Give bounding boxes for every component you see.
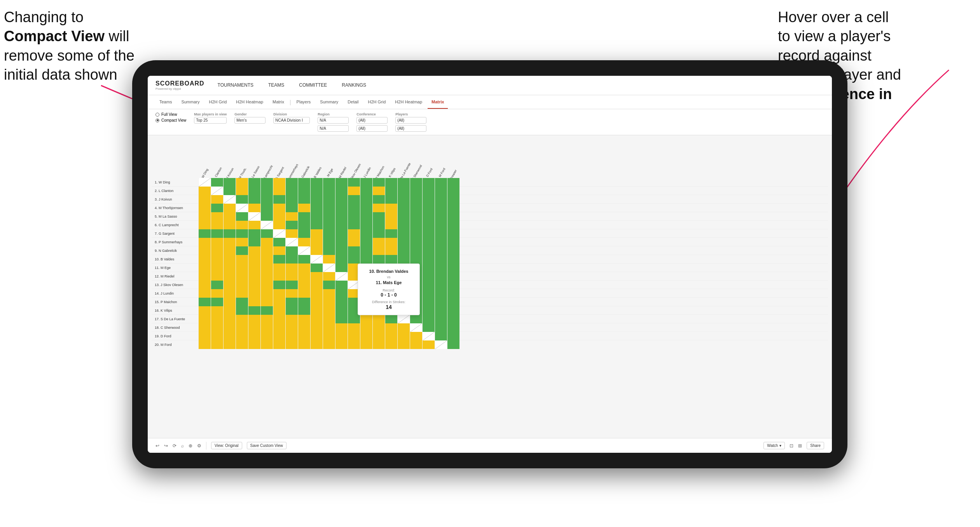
matrix-cell[interactable] bbox=[298, 306, 310, 315]
matrix-cell[interactable] bbox=[260, 264, 273, 272]
matrix-cell[interactable] bbox=[335, 204, 348, 212]
matrix-cell[interactable] bbox=[310, 340, 323, 349]
matrix-cell[interactable] bbox=[435, 246, 447, 255]
matrix-cell[interactable] bbox=[285, 306, 298, 315]
matrix-cell[interactable] bbox=[447, 323, 459, 332]
matrix-cell[interactable] bbox=[435, 332, 447, 340]
matrix-cell[interactable] bbox=[397, 255, 410, 264]
matrix-cell[interactable] bbox=[323, 281, 335, 289]
matrix-cell[interactable] bbox=[323, 315, 335, 323]
matrix-cell[interactable] bbox=[435, 229, 447, 238]
matrix-cell[interactable] bbox=[372, 332, 385, 340]
nav-committee[interactable]: COMMITTEE bbox=[297, 76, 328, 95]
matrix-cell[interactable] bbox=[348, 229, 360, 238]
matrix-cell[interactable] bbox=[422, 332, 435, 340]
matrix-cell[interactable] bbox=[335, 255, 348, 264]
matrix-cell[interactable] bbox=[410, 340, 422, 349]
matrix-cell[interactable] bbox=[385, 187, 397, 195]
matrix-cell[interactable] bbox=[211, 315, 223, 323]
matrix-cell[interactable] bbox=[310, 315, 323, 323]
matrix-cell[interactable] bbox=[410, 255, 422, 264]
matrix-cell[interactable] bbox=[273, 221, 285, 229]
matrix-cell[interactable] bbox=[447, 272, 459, 281]
matrix-cell[interactable] bbox=[285, 315, 298, 323]
matrix-cell[interactable] bbox=[211, 323, 223, 332]
matrix-cell[interactable] bbox=[410, 246, 422, 255]
matrix-cell[interactable] bbox=[236, 306, 248, 315]
matrix-cell[interactable] bbox=[447, 340, 459, 349]
matrix-cell[interactable] bbox=[435, 315, 447, 323]
matrix-cell[interactable] bbox=[285, 195, 298, 204]
matrix-cell[interactable] bbox=[410, 323, 422, 332]
matrix-cell[interactable] bbox=[310, 281, 323, 289]
matrix-cell[interactable] bbox=[397, 187, 410, 195]
matrix-cell[interactable] bbox=[198, 212, 211, 221]
matrix-cell[interactable] bbox=[385, 204, 397, 212]
matrix-cell[interactable] bbox=[310, 187, 323, 195]
matrix-cell[interactable] bbox=[260, 178, 273, 187]
watch-btn[interactable]: Watch ▾ bbox=[763, 442, 785, 449]
matrix-cell[interactable] bbox=[323, 340, 335, 349]
matrix-cell[interactable] bbox=[260, 306, 273, 315]
matrix-cell[interactable] bbox=[360, 315, 372, 323]
matrix-cell[interactable] bbox=[360, 323, 372, 332]
matrix-cell[interactable] bbox=[223, 298, 236, 306]
matrix-cell[interactable] bbox=[211, 187, 223, 195]
matrix-cell[interactable] bbox=[447, 229, 459, 238]
matrix-cell[interactable] bbox=[310, 298, 323, 306]
matrix-cell[interactable] bbox=[248, 264, 260, 272]
matrix-cell[interactable] bbox=[410, 238, 422, 246]
matrix-cell[interactable] bbox=[248, 229, 260, 238]
matrix-cell[interactable] bbox=[273, 204, 285, 212]
matrix-cell[interactable] bbox=[273, 289, 285, 298]
matrix-cell[interactable] bbox=[348, 246, 360, 255]
matrix-cell[interactable] bbox=[236, 187, 248, 195]
tab-summary-2[interactable]: Summary bbox=[316, 95, 342, 109]
matrix-cell[interactable] bbox=[310, 229, 323, 238]
matrix-cell[interactable] bbox=[348, 340, 360, 349]
matrix-cell[interactable] bbox=[236, 212, 248, 221]
conference-select-1[interactable]: (All) bbox=[356, 117, 388, 124]
matrix-cell[interactable] bbox=[385, 238, 397, 246]
matrix-cell[interactable] bbox=[435, 340, 447, 349]
matrix-cell[interactable] bbox=[335, 221, 348, 229]
matrix-cell[interactable] bbox=[273, 315, 285, 323]
matrix-cell[interactable] bbox=[422, 212, 435, 221]
matrix-cell[interactable] bbox=[422, 204, 435, 212]
matrix-cell[interactable] bbox=[348, 255, 360, 264]
matrix-cell[interactable] bbox=[335, 272, 348, 281]
matrix-cell[interactable] bbox=[223, 289, 236, 298]
matrix-cell[interactable] bbox=[211, 246, 223, 255]
matrix-cell[interactable] bbox=[223, 187, 236, 195]
matrix-cell[interactable] bbox=[335, 229, 348, 238]
matrix-cell[interactable] bbox=[360, 246, 372, 255]
matrix-cell[interactable] bbox=[198, 255, 211, 264]
matrix-cell[interactable] bbox=[248, 178, 260, 187]
matrix-cell[interactable] bbox=[298, 264, 310, 272]
matrix-cell[interactable] bbox=[372, 221, 385, 229]
matrix-cell[interactable] bbox=[323, 255, 335, 264]
matrix-cell[interactable] bbox=[422, 315, 435, 323]
matrix-cell[interactable] bbox=[335, 332, 348, 340]
matrix-cell[interactable] bbox=[410, 332, 422, 340]
matrix-cell[interactable] bbox=[285, 340, 298, 349]
matrix-cell[interactable] bbox=[422, 289, 435, 298]
matrix-cell[interactable] bbox=[447, 289, 459, 298]
matrix-cell[interactable] bbox=[397, 340, 410, 349]
matrix-cell[interactable] bbox=[273, 246, 285, 255]
matrix-cell[interactable] bbox=[223, 238, 236, 246]
matrix-cell[interactable] bbox=[385, 323, 397, 332]
division-select[interactable]: NCAA Division I bbox=[273, 117, 310, 124]
matrix-cell[interactable] bbox=[260, 238, 273, 246]
matrix-cell[interactable] bbox=[435, 195, 447, 204]
matrix-cell[interactable] bbox=[260, 221, 273, 229]
matrix-cell[interactable] bbox=[298, 238, 310, 246]
matrix-cell[interactable] bbox=[273, 255, 285, 264]
matrix-cell[interactable] bbox=[360, 178, 372, 187]
matrix-cell[interactable] bbox=[236, 178, 248, 187]
matrix-cell[interactable] bbox=[273, 212, 285, 221]
matrix-cell[interactable] bbox=[422, 340, 435, 349]
matrix-cell[interactable] bbox=[260, 272, 273, 281]
matrix-cell[interactable] bbox=[323, 332, 335, 340]
matrix-cell[interactable] bbox=[236, 332, 248, 340]
